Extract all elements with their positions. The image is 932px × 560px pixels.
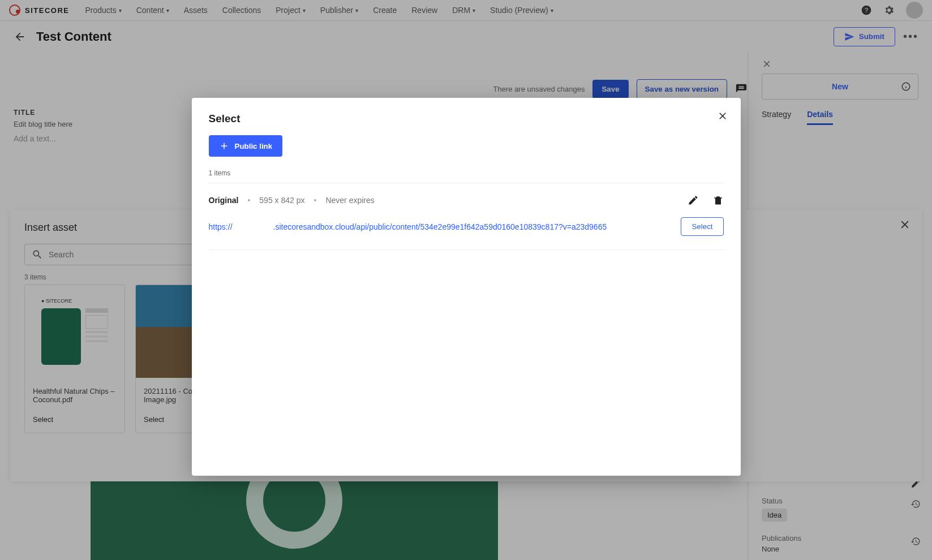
- link-dimensions: 595 x 842 px: [259, 196, 304, 205]
- pencil-icon[interactable]: [688, 195, 699, 206]
- trash-icon[interactable]: [712, 195, 724, 206]
- select-link-button[interactable]: Select: [681, 217, 723, 236]
- modal-close-icon[interactable]: [717, 110, 728, 122]
- modal-title: Select: [209, 113, 724, 125]
- public-link-button[interactable]: Public link: [209, 135, 283, 157]
- separator-dot: •: [247, 196, 250, 205]
- link-expires: Never expires: [325, 196, 374, 205]
- link-protocol[interactable]: https://: [209, 222, 233, 231]
- plus-icon: [219, 141, 229, 151]
- modal-items-count: 1 items: [209, 169, 724, 183]
- separator-dot: •: [313, 196, 316, 205]
- public-link-row: Original • 595 x 842 px • Never expires …: [209, 183, 724, 250]
- link-url-row: https:// .sitecoresandbox.cloud/api/publ…: [209, 217, 724, 236]
- link-url[interactable]: .sitecoresandbox.cloud/api/public/conten…: [273, 222, 607, 231]
- select-public-link-modal: Select Public link 1 items Original • 59…: [192, 98, 741, 476]
- link-meta-row: Original • 595 x 842 px • Never expires: [209, 195, 724, 206]
- link-label: Original: [209, 196, 239, 205]
